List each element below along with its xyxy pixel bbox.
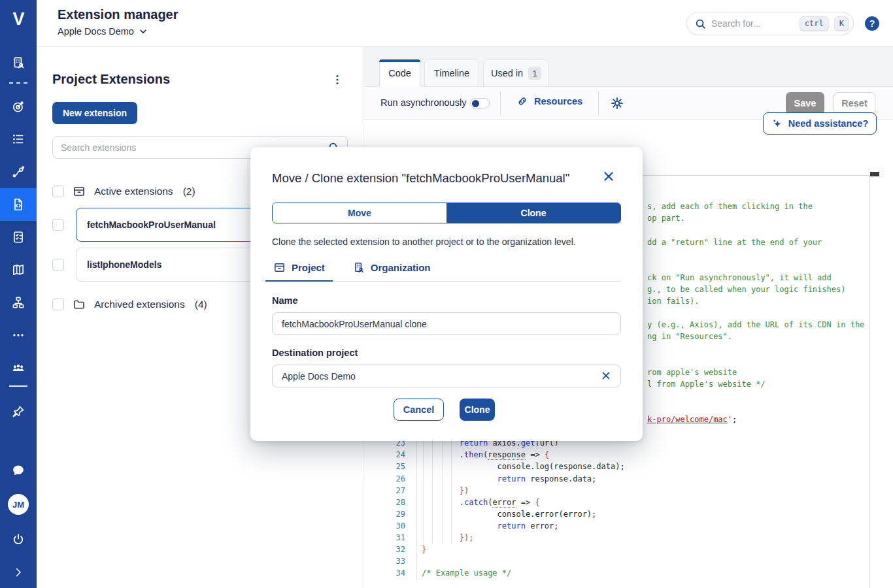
mode-segmented-control: Move Clone [272, 203, 621, 223]
scope-tab-organization[interactable]: Organization [351, 260, 432, 281]
save-button[interactable]: Save [786, 92, 824, 114]
new-extension-button[interactable]: New extension [52, 102, 137, 124]
project-selector[interactable]: Apple Docs Demo [58, 26, 148, 37]
active-extensions-group[interactable]: Active extensions (2) [52, 185, 195, 198]
code-line: 30 return error; [379, 520, 866, 532]
scope-tab-label: Organization [371, 262, 431, 273]
sidebar-divider [9, 82, 27, 84]
tab-timeline[interactable]: Timeline [424, 59, 479, 87]
code-line: 24 .then(response => { [379, 449, 866, 461]
code-line: 32} [379, 544, 866, 555]
shortcut-ctrl-key: ctrl [800, 16, 829, 31]
resources-button[interactable]: Resources [516, 95, 582, 107]
link-icon [516, 95, 528, 107]
project-selector-label: Apple Docs Demo [58, 26, 134, 37]
extension-name: listIphoneModels [87, 259, 161, 270]
archived-extensions-group[interactable]: Archived extensions (4) [52, 298, 207, 311]
assist-label: Need assistance? [788, 118, 869, 129]
organization-icon [352, 261, 365, 274]
code-line: 26 return response.data; [379, 473, 866, 485]
journey-icon[interactable] [0, 164, 37, 180]
tab-bar: Code Timeline Used in 1 [363, 47, 893, 87]
scrollbar-thumb[interactable] [870, 172, 879, 176]
tab-used-in[interactable]: Used in 1 [483, 59, 549, 87]
code-line: 34/* Example usage */ [379, 567, 866, 579]
chat-icon[interactable] [0, 463, 37, 478]
pin-icon[interactable] [0, 404, 37, 419]
sidebar-divider [9, 385, 27, 387]
help-button[interactable]: ? [865, 16, 879, 31]
code-line: 28 .catch(error => { [379, 497, 866, 508]
global-search[interactable]: ctrl K [686, 12, 854, 35]
tab-code[interactable]: Code [379, 59, 420, 87]
toggle-knob [472, 100, 479, 107]
modal-description: Clone the selected extension to another … [272, 237, 576, 247]
icon-sidebar: V [0, 0, 37, 588]
workflow-icon[interactable] [0, 295, 37, 310]
group-count: (2) [183, 186, 195, 197]
used-in-count-badge: 1 [528, 67, 541, 80]
user-avatar[interactable]: JM [8, 494, 29, 515]
goal-target-icon[interactable] [0, 99, 37, 114]
code-line: 29 console.error(error); [379, 508, 866, 520]
destination-project-input[interactable] [272, 365, 621, 387]
folder-icon [73, 298, 86, 311]
need-assistance-button[interactable]: Need assistance? [763, 112, 877, 135]
tab-label: Code [388, 68, 411, 78]
sparkle-icon [771, 118, 783, 129]
chevron-down-icon [139, 27, 148, 36]
tab-label: Used in [491, 68, 523, 78]
close-icon[interactable] [602, 170, 616, 184]
more-dots-icon[interactable] [0, 327, 37, 343]
scope-tab-label: Project [292, 262, 325, 273]
scope-tabs: Project Organization [272, 260, 621, 282]
brand-logo: V [0, 9, 37, 29]
organization-icon[interactable] [0, 55, 37, 71]
clone-confirm-button[interactable]: Clone [460, 399, 495, 421]
extension-checkbox[interactable] [52, 259, 64, 270]
archived-group-checkbox[interactable] [52, 299, 64, 310]
reset-button[interactable]: Reset [834, 92, 875, 114]
tab-label: Timeline [434, 68, 469, 78]
modal-title: Move / Clone extension "fetchMacbookProU… [272, 171, 569, 186]
active-group-checkbox[interactable] [52, 186, 64, 197]
toolbar-divider [500, 91, 501, 115]
clear-destination-icon[interactable] [601, 370, 613, 382]
resources-label: Resources [534, 96, 582, 106]
top-header: Extension manager Apple Docs Demo ctrl K… [37, 0, 893, 47]
name-input[interactable] [272, 312, 621, 335]
editor-scrollbar[interactable] [870, 172, 879, 588]
users-icon[interactable] [0, 360, 37, 376]
extension-checkbox[interactable] [52, 219, 64, 231]
gear-icon[interactable] [610, 96, 624, 110]
toolbar-divider [598, 91, 599, 115]
extension-name: fetchMacbookProUserManual [87, 220, 216, 230]
mode-tab-move[interactable]: Move [273, 203, 446, 223]
app-window: V [0, 0, 893, 588]
map-icon[interactable] [0, 262, 37, 278]
search-icon [695, 18, 706, 29]
name-label: Name [272, 295, 298, 306]
code-line: 25 console.log(response.data); [379, 461, 866, 472]
group-count: (4) [195, 299, 207, 310]
list-icon[interactable] [0, 131, 37, 147]
panel-menu-button[interactable] [329, 72, 345, 88]
code-line: 31 }); [379, 532, 866, 544]
checklist-icon[interactable] [0, 229, 37, 245]
archive-box-icon [273, 261, 286, 274]
global-search-input[interactable] [711, 18, 794, 29]
panel-title: Project Extensions [52, 72, 170, 87]
destination-project-label: Destination project [272, 348, 358, 358]
power-icon[interactable] [0, 532, 37, 547]
group-label: Archived extensions [94, 299, 185, 310]
page-title: Extension manager [58, 7, 178, 22]
move-clone-modal: Move / Clone extension "fetchMacbookProU… [250, 147, 643, 441]
extensions-code-file-icon[interactable] [0, 188, 37, 221]
mode-tab-clone[interactable]: Clone [446, 203, 620, 223]
run-async-toggle[interactable] [470, 98, 490, 108]
code-line: 33 [379, 555, 866, 567]
run-async-label: Run asynchronously [380, 97, 466, 108]
scope-tab-project[interactable]: Project [272, 260, 326, 281]
cancel-button[interactable]: Cancel [394, 399, 444, 421]
expand-chevron-icon[interactable] [0, 564, 37, 580]
